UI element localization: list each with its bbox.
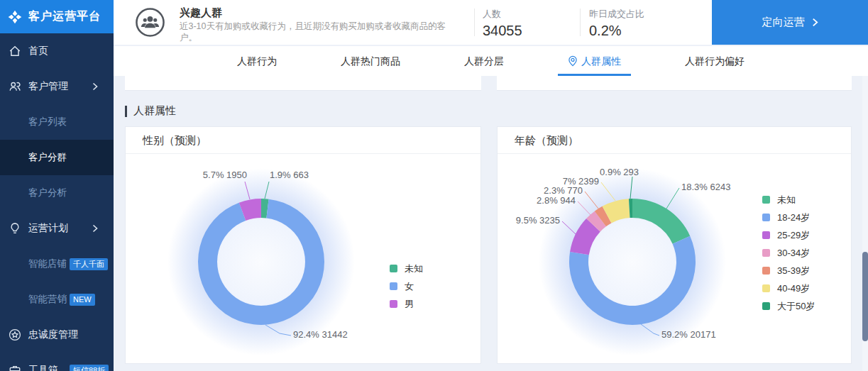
sidebar-item-label: 客户分群 [28,151,67,164]
previous-card-bottom [497,76,852,91]
chevron-right-icon [92,224,98,233]
legend-item[interactable]: 35-39岁 [762,262,815,279]
age-prediction-card: 年龄（预测） 18.3% 624359.2% 201719.5% 32352.8… [497,126,852,364]
stat-label: 人数 [483,8,522,21]
slice-label: 92.4% 31442 [293,329,348,340]
audience-description: 近3-10天有加购或收藏行为，且近期没有购买加购或者收藏商品的客户。 [180,21,456,43]
section-title-bar [125,106,127,117]
app-logo-icon [7,9,23,25]
app-title: 客户运营平台 [28,9,101,24]
app-root: 客户运营平台 首页 客户管理 客户列表 客户分群 客户分析 [0,0,868,371]
tab-audience-hot-products[interactable]: 人群热门商品 [331,46,410,76]
legend-label: 30-34岁 [777,247,810,260]
age-card-title: 年龄（预测） [498,127,851,154]
donut-glow [167,168,355,355]
legend-swatch [762,284,770,292]
sidebar-item-customer-management[interactable]: 客户管理 [0,69,114,104]
legend-swatch [390,265,397,272]
audience-header: 兴趣人群 近3-10天有加购或收藏行为，且近期没有购买加购或者收藏商品的客户。 … [114,0,868,45]
sidebar-item-label: 首页 [28,45,48,57]
chevron-right-icon [812,18,818,27]
sidebar-item-smart-marketing[interactable]: 智能营销 NEW [0,282,114,317]
tab-label: 人群行为 [237,46,277,76]
scrollbar-thumb[interactable] [862,252,868,341]
legend-label: 男 [405,298,414,311]
stat-yesterday-deal-ratio: 昨日成交占比 0.2% [589,8,644,39]
tab-label: 人群热门商品 [341,46,400,76]
slice-label: 2.8% 944 [537,195,576,206]
previous-card-bottom [125,76,481,91]
sidebar-item-label: 忠诚度管理 [28,328,78,341]
section-title: 人群属性 [125,104,176,118]
divider [474,9,475,36]
tab-audience-behavior[interactable]: 人群行为 [227,46,287,76]
sidebar-item-toolbox[interactable]: 工具箱 短信88折 [0,353,114,371]
slice-label: 59.2% 20171 [661,329,716,340]
legend-label: 女 [405,280,414,293]
tab-audience-behavior-preference[interactable]: 人群行为偏好 [675,46,754,76]
legend-label: 未知 [405,262,423,275]
stat-value: 0.2% [589,23,644,39]
audience-group-icon [135,7,165,38]
legend-swatch [762,249,770,257]
legend-item[interactable]: 未知 [390,260,423,277]
stat-label: 昨日成交占比 [589,8,644,21]
legend-swatch [762,231,770,239]
sms-discount-badge: 短信88折 [70,365,109,371]
smart-store-badge: 千人千面 [70,258,108,270]
slice-label: 1.9% 663 [270,170,309,180]
sidebar-item-home[interactable]: 首页 [0,33,114,69]
sidebar-item-loyalty-management[interactable]: 忠诚度管理 [0,317,114,353]
section-title-text: 人群属性 [133,104,176,118]
legend-label: 18-24岁 [777,211,810,224]
legend-swatch [390,282,397,290]
age-legend: 未知18-24岁25-29岁30-34岁35-39岁40-49岁大于50岁 [762,191,815,315]
targeted-operation-button[interactable]: 定向运营 [712,0,868,45]
sidebar-item-smart-store[interactable]: 智能店铺 千人千面 [0,246,114,282]
tabs-bar: 人群行为 人群热门商品 人群分层 人群属性 人群行为偏好 [114,46,868,76]
sidebar-item-operation-plan[interactable]: 运营计划 [0,211,114,246]
legend-item[interactable]: 40-49岁 [762,279,815,297]
legend-swatch [762,214,770,221]
sidebar-item-label: 工具箱 [28,364,58,371]
sidebar: 客户运营平台 首页 客户管理 客户列表 客户分群 客户分析 [0,0,114,371]
location-pin-icon [568,55,578,67]
app-logo[interactable]: 客户运营平台 [0,0,114,33]
tab-label: 人群行为偏好 [685,46,745,76]
sidebar-item-label: 客户列表 [28,116,67,128]
tab-audience-layering[interactable]: 人群分层 [454,46,514,76]
chevron-right-icon [92,82,98,91]
slice-label: 7% 2399 [563,176,599,187]
legend-item[interactable]: 未知 [762,191,815,209]
content-area: 人群属性 性别（预测） 1.9% 66392.4% 314425.7% 1950… [114,76,868,371]
gender-donut-chart[interactable]: 1.9% 66392.4% 314425.7% 1950 [126,154,482,363]
legend-swatch [390,300,397,308]
legend-item[interactable]: 男 [390,295,423,313]
legend-item[interactable]: 30-34岁 [762,244,815,262]
slice-label: 5.7% 1950 [203,170,247,180]
toolbox-icon [9,364,21,371]
age-chart-body: 18.3% 624359.2% 201719.5% 32352.8% 9442.… [498,154,851,363]
sidebar-item-label: 运营计划 [28,222,68,235]
legend-item[interactable]: 大于50岁 [762,297,815,315]
targeted-operation-label: 定向运营 [762,16,805,29]
sidebar-item-customer-analysis[interactable]: 客户分析 [0,175,114,211]
users-icon [9,80,21,93]
scrollbar[interactable] [862,76,868,371]
tab-audience-attributes[interactable]: 人群属性 [558,46,631,76]
legend-label: 大于50岁 [777,300,815,313]
home-icon [9,45,21,57]
sidebar-item-customer-segmentation[interactable]: 客户分群 [0,140,114,175]
stat-people-count: 人数 34055 [483,8,522,39]
legend-label: 25-29岁 [777,229,810,242]
legend-label: 未知 [777,194,796,206]
main-area: 兴趣人群 近3-10天有加购或收藏行为，且近期没有购买加购或者收藏商品的客户。 … [114,0,868,371]
legend-item[interactable]: 25-29岁 [762,226,815,244]
bulb-icon [9,222,21,235]
legend-item[interactable]: 女 [390,277,423,295]
tab-label: 人群分层 [464,46,504,76]
legend-item[interactable]: 18-24岁 [762,209,815,226]
sidebar-item-label: 客户分析 [28,187,67,199]
sidebar-item-customer-list[interactable]: 客户列表 [0,104,114,140]
divider [580,9,581,36]
